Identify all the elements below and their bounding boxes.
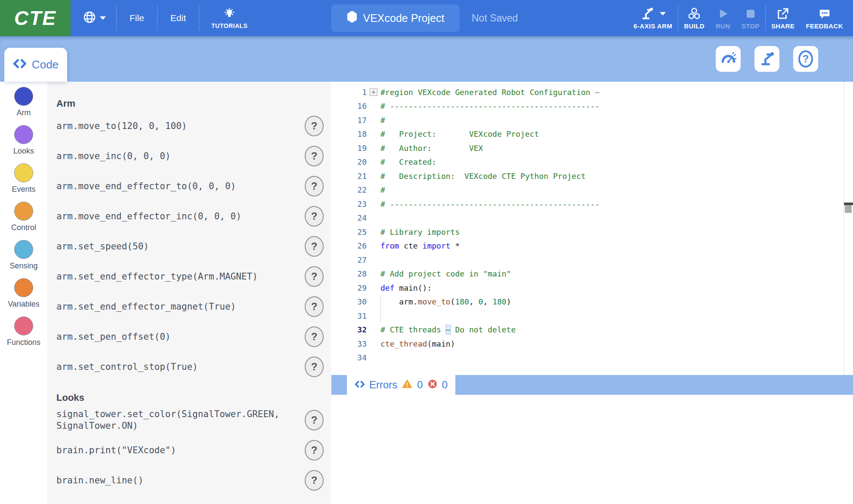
code-text <box>380 351 381 365</box>
palette-command-row[interactable]: arm.set_end_effector_magnet(True)? <box>56 292 331 322</box>
errors-tab[interactable]: Errors 0 0 <box>347 375 455 395</box>
globe-icon <box>83 10 96 26</box>
category-dot-icon <box>14 317 33 335</box>
robot-config-button[interactable] <box>754 46 779 72</box>
line-number: 31 <box>331 311 367 320</box>
code-line: 21# Description: VEXcode CTE Python Proj… <box>331 169 853 183</box>
sidebar-item-control[interactable]: Control <box>11 202 36 232</box>
fold-slot: + <box>367 88 380 96</box>
palette-command-row[interactable]: brain.new_line()? <box>56 465 331 495</box>
line-number: 34 <box>331 353 367 362</box>
header-left-menu: File Edit TUTORIALS <box>71 0 260 36</box>
tutorials-button[interactable]: TUTORIALS <box>199 0 260 36</box>
palette-command-row[interactable]: arm.move_to(120, 0, 100)? <box>56 111 331 141</box>
language-selector[interactable] <box>71 10 116 26</box>
category-label: Variables <box>8 300 40 309</box>
sidebar-item-arm[interactable]: Arm <box>14 87 33 117</box>
code-line: 24 <box>331 211 853 225</box>
command-help-button[interactable]: ? <box>305 440 324 461</box>
code-line: 32# CTE threads — Do not delete <box>331 323 853 337</box>
code-text: # Add project code in "main" <box>380 267 511 281</box>
feedback-button[interactable]: FEEDBACK <box>800 0 849 36</box>
command-help-button[interactable]: ? <box>305 146 324 166</box>
command-help-button[interactable]: ? <box>305 176 324 197</box>
sidebar-item-variables[interactable]: Variables <box>8 278 40 309</box>
line-number: 26 <box>331 241 367 250</box>
palette-command-row[interactable]: arm.move_end_effector_to(0, 0, 0)? <box>56 171 331 201</box>
device-dashboard-button[interactable] <box>716 46 741 72</box>
command-help-button[interactable]: ? <box>305 326 324 347</box>
palette-command-row[interactable]: arm.move_inc(0, 0, 0)? <box>56 141 331 171</box>
category-dot-icon <box>14 163 33 182</box>
share-label: SHARE <box>771 22 795 30</box>
palette-command-row[interactable]: arm.set_end_effector_type(Arm.MAGNET)? <box>56 261 331 292</box>
command-text[interactable]: arm.move_to(120, 0, 100) <box>56 120 187 132</box>
code-text: # <box>380 183 385 197</box>
code-text: # <box>380 113 385 127</box>
main-area: ArmLooksEventsControlSensingVariablesFun… <box>0 82 853 504</box>
command-help-button[interactable]: ? <box>305 410 324 430</box>
command-text[interactable]: arm.set_end_effector_magnet(True) <box>56 301 236 313</box>
command-help-button[interactable]: ? <box>305 356 324 377</box>
editor-scrollbar[interactable] <box>844 82 853 375</box>
category-dot-icon <box>14 240 33 259</box>
command-help-button[interactable]: ? <box>305 206 324 227</box>
command-help-button[interactable]: ? <box>305 236 324 257</box>
scrollbar-thumb[interactable] <box>845 205 852 213</box>
editor-zone: 1+#region VEXcode Generated Robot Config… <box>331 82 853 504</box>
palette-command-row[interactable]: arm.move_end_effector_inc(0, 0, 0)? <box>56 201 331 231</box>
sidebar-item-functions[interactable]: Functions <box>7 317 40 347</box>
command-text[interactable]: signal_tower.set_color(SignalTower.GREEN… <box>56 409 297 432</box>
palette-command-row[interactable]: arm.set_pen_offset(0)? <box>56 322 331 352</box>
command-help-button[interactable]: ? <box>305 266 324 287</box>
command-text[interactable]: brain.print("VEXcode") <box>56 445 176 456</box>
command-text[interactable]: arm.move_end_effector_to(0, 0, 0) <box>56 181 236 192</box>
build-cubes-icon <box>687 7 701 21</box>
command-help-button[interactable]: ? <box>305 296 324 317</box>
command-help-button[interactable]: ? <box>305 470 324 491</box>
code-tab-label: Code <box>32 58 59 71</box>
command-text[interactable]: arm.move_end_effector_inc(0, 0, 0) <box>56 211 241 222</box>
fold-plus-icon[interactable]: + <box>370 88 377 96</box>
sidebar-item-sensing[interactable]: Sensing <box>9 240 37 270</box>
command-text[interactable]: brain.new_line() <box>56 475 143 486</box>
device-selector[interactable]: 6-AXIS ARM <box>628 0 678 36</box>
code-line: 22# <box>331 183 853 197</box>
palette-command-row[interactable]: signal_tower.set_color(SignalTower.GREEN… <box>56 405 331 435</box>
command-text[interactable]: arm.set_control_stop(True) <box>56 361 198 373</box>
command-text[interactable]: arm.set_speed(50) <box>56 241 149 252</box>
code-line: 34 <box>331 351 853 365</box>
sidebar-item-looks[interactable]: Looks <box>13 125 34 156</box>
robot-arm-icon <box>640 6 655 22</box>
line-number: 24 <box>331 213 367 222</box>
code-line: 28# Add project code in "main" <box>331 267 853 281</box>
line-number: 28 <box>331 269 367 278</box>
sidebar-item-events[interactable]: Events <box>12 163 35 194</box>
code-line: 23# ------------------------------------… <box>331 197 853 211</box>
line-number: 30 <box>331 297 367 306</box>
palette-command-row[interactable]: arm.set_speed(50)? <box>56 231 331 261</box>
project-name-tab[interactable]: VEXcode Project <box>331 4 460 32</box>
code-text: def main(): <box>380 281 432 295</box>
share-button[interactable]: SHARE <box>766 0 800 36</box>
build-button[interactable]: BUILD <box>678 0 710 36</box>
code-line: 17# <box>331 113 853 127</box>
run-button[interactable]: RUN <box>710 0 736 36</box>
category-dot-icon <box>14 278 33 297</box>
command-text[interactable]: arm.set_end_effector_type(Arm.MAGNET) <box>56 271 258 283</box>
line-number: 20 <box>331 157 367 166</box>
tab-bar: Code ? <box>0 36 853 82</box>
file-menu[interactable]: File <box>117 0 157 36</box>
code-editor[interactable]: 1+#region VEXcode Generated Robot Config… <box>331 82 853 375</box>
help-button[interactable]: ? <box>793 46 818 72</box>
palette-command-row[interactable]: brain.print("VEXcode")? <box>56 435 331 465</box>
errors-bar: Errors 0 0 <box>331 375 853 395</box>
edit-menu[interactable]: Edit <box>158 0 199 36</box>
tab-code[interactable]: Code <box>4 48 67 82</box>
command-text[interactable]: arm.move_inc(0, 0, 0) <box>56 151 171 162</box>
palette-command-row[interactable]: arm.set_control_stop(True)? <box>56 352 331 382</box>
code-text: arm.move_to(180, 0, 180) <box>380 295 511 309</box>
command-text[interactable]: arm.set_pen_offset(0) <box>56 331 171 343</box>
stop-button[interactable]: STOP <box>736 0 765 36</box>
command-help-button[interactable]: ? <box>305 116 324 136</box>
